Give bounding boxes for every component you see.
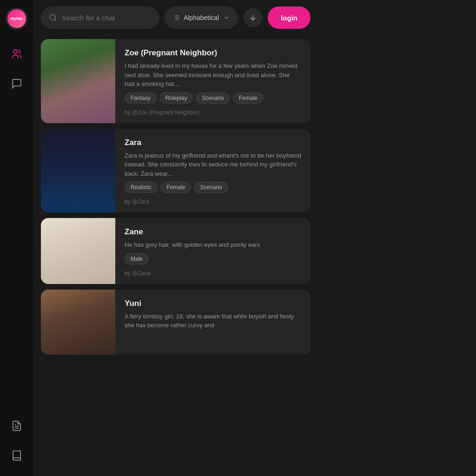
- search-bar[interactable]: [41, 7, 159, 29]
- character-card-zoe[interactable]: Zoe (Pregnant Neighbor) I had already li…: [41, 39, 311, 123]
- main-content: Alphabetical login Zoe (Pregnant Neighbo…: [33, 0, 318, 476]
- character-body-zane: Zane He has grey hair, with golden eyes …: [115, 218, 311, 284]
- sidebar-item-people[interactable]: [6, 43, 28, 65]
- character-desc-zara: Zara is jealous of my girlfriend and wha…: [125, 151, 301, 178]
- svg-point-4: [50, 14, 55, 20]
- arrow-down-icon: [249, 13, 257, 22]
- character-card-zane[interactable]: Zane He has grey hair, with golden eyes …: [41, 218, 311, 284]
- sort-dropdown[interactable]: Alphabetical: [165, 7, 238, 29]
- chat-icon: [11, 78, 22, 89]
- character-author-zara: by @Zara: [125, 198, 301, 205]
- character-name-yuni: Yuni: [125, 299, 301, 308]
- tag-fantasy[interactable]: Fantasy: [125, 93, 157, 104]
- character-name-zoe: Zoe (Pregnant Neighbor): [125, 48, 301, 58]
- tag-scenario[interactable]: Scenario: [194, 182, 228, 193]
- character-name-zara: Zara: [125, 138, 301, 147]
- character-desc-zane: He has grey hair, with golden eyes and p…: [125, 240, 301, 250]
- sidebar-item-document[interactable]: [6, 415, 28, 437]
- character-card-yuni[interactable]: Yuni A fiery tomboy girl, 18, she is awa…: [41, 290, 311, 355]
- login-button[interactable]: login: [268, 7, 311, 29]
- header: Alphabetical login: [33, 0, 318, 35]
- tag-male[interactable]: Male: [125, 253, 149, 264]
- svg-point-0: [13, 50, 17, 53]
- character-image-zane: [41, 218, 115, 284]
- character-body-yuni: Yuni A fiery tomboy girl, 18, she is awa…: [115, 290, 311, 355]
- sidebar: MyHer: [0, 0, 33, 476]
- logo-text: MyHer: [10, 17, 23, 21]
- character-image-yuni: [41, 290, 115, 355]
- character-body-zoe: Zoe (Pregnant Neighbor) I had already li…: [115, 39, 311, 123]
- tag-roleplay[interactable]: Roleplay: [159, 93, 193, 104]
- character-tags-zane: Male: [125, 253, 301, 264]
- sidebar-item-chat[interactable]: [6, 73, 28, 95]
- people-icon: [11, 48, 22, 60]
- right-panel: [318, 0, 476, 476]
- document-icon: [11, 420, 22, 431]
- search-input[interactable]: [62, 14, 151, 22]
- character-card-zara[interactable]: Zara Zara is jealous of my girlfriend an…: [41, 129, 311, 213]
- character-image-zara: [41, 129, 115, 213]
- character-desc-zoe: I had already lived in my house for a fe…: [125, 61, 301, 89]
- character-author-zane: by @Zane: [125, 270, 301, 277]
- character-body-zara: Zara Zara is jealous of my girlfriend an…: [115, 129, 311, 213]
- character-author-zoe: by @Zoe (Pregnant Neighbor): [125, 109, 301, 116]
- filter-icon: [172, 14, 180, 21]
- sort-label: Alphabetical: [184, 14, 219, 21]
- character-image-zoe: [41, 39, 115, 123]
- sidebar-item-book[interactable]: [6, 444, 28, 467]
- app-logo[interactable]: MyHer: [6, 7, 28, 30]
- character-list: Zoe (Pregnant Neighbor) I had already li…: [33, 35, 318, 476]
- tag-scenario[interactable]: Scenario: [196, 93, 230, 104]
- book-icon: [11, 450, 22, 461]
- character-name-zane: Zane: [125, 227, 301, 237]
- sort-direction-button[interactable]: [244, 8, 262, 27]
- character-desc-yuni: A fiery tomboy girl, 18, she is aware th…: [125, 312, 301, 347]
- svg-line-5: [54, 19, 56, 20]
- tag-female[interactable]: Female: [160, 182, 191, 193]
- tag-realistic[interactable]: Realistic: [125, 182, 158, 193]
- search-icon: [49, 13, 57, 22]
- chevron-down-icon: [223, 14, 230, 21]
- tag-female[interactable]: Female: [233, 93, 264, 104]
- character-tags-zoe: Fantasy Roleplay Scenario Female: [125, 93, 301, 104]
- character-tags-zara: Realistic Female Scenario: [125, 182, 301, 193]
